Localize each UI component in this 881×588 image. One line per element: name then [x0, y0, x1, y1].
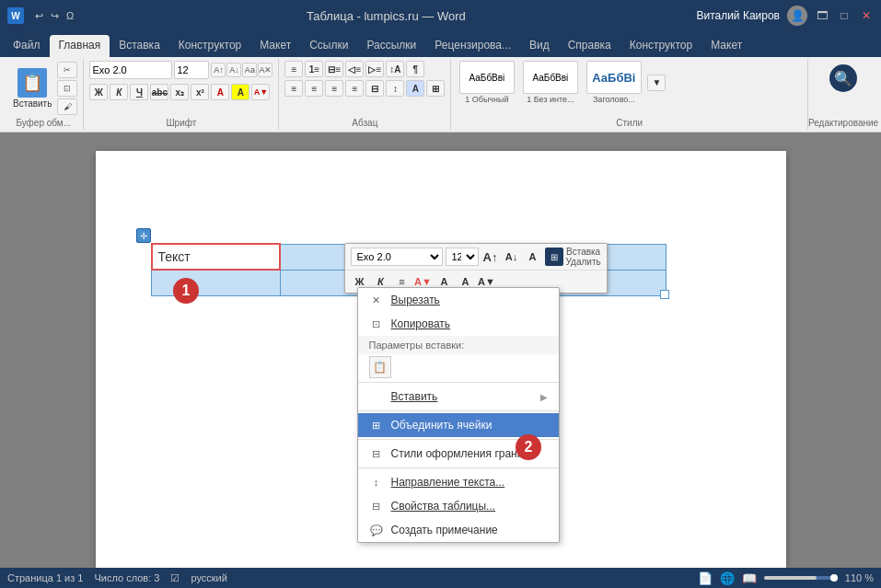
align-right-button[interactable]: ≡ — [325, 80, 343, 97]
ft-insert-delete[interactable]: Вставка Удалить — [566, 247, 601, 267]
font-label: Шрифт — [84, 118, 278, 128]
cm-paste-icon-btn[interactable]: 📋 — [369, 356, 391, 378]
avatar[interactable]: 👤 — [787, 6, 807, 26]
tab-constructor[interactable]: Конструктор — [169, 35, 250, 57]
styles-group: АаБбВві 1 Обычный АаБбВві 1 Без инте... … — [451, 59, 808, 130]
font-name-input[interactable] — [89, 61, 172, 79]
cm-text-direction-label: Направление текста... — [391, 476, 548, 489]
cut-button[interactable]: ✂ — [57, 62, 77, 78]
badge-2: 2 — [516, 434, 541, 460]
tab-view[interactable]: Вид — [520, 35, 559, 57]
cm-sep1 — [358, 382, 559, 383]
table-move-handle[interactable]: ✛ — [136, 228, 151, 243]
maximize-button[interactable]: □ — [837, 8, 852, 23]
view-mode-web[interactable]: 🌐 — [720, 571, 735, 585]
cm-paste[interactable]: Вставить ▶ — [358, 385, 559, 409]
numbering-button[interactable]: 1≡ — [305, 61, 323, 77]
subscript-button[interactable]: x₂ — [170, 84, 189, 100]
line-spacing-button[interactable]: ↕ — [386, 80, 404, 97]
decrease-indent-button[interactable]: ◁≡ — [345, 61, 364, 77]
ft-table-button[interactable]: ⊞ — [545, 248, 563, 266]
align-left-button[interactable]: ≡ — [284, 80, 303, 97]
bold-button[interactable]: Ж — [89, 84, 108, 100]
ft-size-down-button[interactable]: A↓ — [503, 248, 521, 265]
styles-more-button[interactable]: ▼ — [647, 75, 666, 91]
font-size-btns: A↑ A↓ Аа A✕ — [211, 63, 272, 77]
table-cell-r2c1[interactable] — [152, 270, 281, 295]
show-marks-button[interactable]: ¶ — [406, 61, 424, 77]
tab-mailings[interactable]: Рассылки — [357, 35, 425, 57]
italic-button[interactable]: К — [110, 84, 128, 100]
view-mode-print[interactable]: 📄 — [698, 571, 713, 585]
minimize-button[interactable]: 🗖 — [815, 8, 829, 23]
ft-size-select[interactable]: 12 — [446, 248, 479, 266]
zoom-bar[interactable] — [764, 576, 838, 580]
tab-help[interactable]: Справка — [559, 35, 620, 57]
undo-button[interactable]: ↩ — [33, 8, 45, 24]
tab-layout[interactable]: Макет — [250, 35, 300, 57]
highlight-color-button[interactable]: A — [231, 84, 249, 100]
omega-button[interactable]: Ω — [64, 8, 75, 24]
tab-constructor2[interactable]: Конструктор — [620, 35, 701, 57]
cm-copy[interactable]: ⊡ Копировать — [358, 312, 559, 336]
title-bar: W ↩ ↪ Ω Таблица - lumpics.ru — Word Вита… — [0, 0, 881, 31]
merge-cells-icon: ⊞ — [369, 418, 384, 432]
font-increase-button[interactable]: A↑ — [211, 63, 226, 77]
ft-font-select[interactable]: Exo 2.0 — [351, 248, 443, 266]
sort-button[interactable]: ↕A — [386, 61, 404, 77]
ribbon-tabs: Файл Главная Вставка Конструктор Макет С… — [0, 31, 881, 57]
ft-size-up-button[interactable]: A↑ — [481, 248, 500, 265]
font-size-input[interactable] — [174, 61, 209, 79]
ft-highlight-button[interactable]: A — [524, 248, 542, 265]
tab-review[interactable]: Рецензирова... — [425, 35, 520, 57]
copy-button[interactable]: ⊡ — [57, 80, 77, 97]
cm-merge-cells-label: Объединить ячейки — [391, 419, 548, 432]
font-row1: A↑ A↓ Аа A✕ — [89, 61, 272, 79]
style-heading[interactable]: АаБбВі Заголово... — [584, 61, 643, 104]
document-area: 1 2 Exo 2.0 12 A↑ A↓ A ⊞ Вставка Удалить — [0, 133, 881, 568]
cm-text-direction[interactable]: ↕ Направление текста... — [358, 470, 559, 494]
close-button[interactable]: ✕ — [859, 8, 874, 23]
ribbon: 📋 Вставить ✂ ⊡ 🖌 Буфер обм... A↑ A↓ Аа A… — [0, 57, 881, 133]
borders-button[interactable]: ⊞ — [426, 80, 445, 97]
status-bar: Страница 1 из 1 Число слов: 3 ☑ русский … — [0, 568, 881, 588]
tab-file[interactable]: Файл — [4, 35, 50, 57]
zoom-handle[interactable] — [830, 574, 838, 582]
cm-cut[interactable]: ✕ Вырезать — [358, 288, 559, 312]
tab-insert[interactable]: Вставка — [110, 35, 169, 57]
font-color-button[interactable]: A — [211, 84, 229, 100]
underline-button[interactable]: Ч — [130, 84, 148, 100]
styles-label: Стили — [451, 118, 807, 128]
multilevel-button[interactable]: ⊟≡ — [325, 61, 343, 77]
paste-button[interactable]: 📋 Вставить — [9, 66, 55, 110]
format-painter-button[interactable]: 🖌 — [57, 98, 77, 115]
style-normal[interactable]: АаБбВві 1 Обычный — [457, 61, 516, 104]
font-color2-button[interactable]: A▼ — [251, 84, 270, 100]
superscript-button[interactable]: x² — [191, 84, 209, 100]
table-cell-text[interactable]: Текст — [152, 244, 281, 270]
redo-button[interactable]: ↪ — [49, 8, 61, 24]
tab-links[interactable]: Ссылки — [300, 35, 357, 57]
style-no-spacing[interactable]: АаБбВві 1 Без инте... — [520, 61, 580, 104]
columns-button[interactable]: ⊟ — [365, 80, 384, 97]
shading-button[interactable]: A — [406, 80, 424, 97]
cm-add-comment-label: Создать примечание — [391, 524, 548, 536]
font-clear-button[interactable]: A✕ — [258, 63, 272, 77]
strikethrough-button[interactable]: abc — [150, 84, 168, 100]
font-decrease-button[interactable]: A↓ — [226, 63, 241, 77]
clipboard-small-btns: ✂ ⊡ 🖌 — [57, 62, 77, 115]
tab-layout2[interactable]: Макет — [701, 35, 751, 57]
find-button[interactable]: 🔍 — [829, 64, 857, 92]
justify-button[interactable]: ≡ — [345, 80, 364, 97]
cm-table-props[interactable]: ⊟ Свойства таблицы... — [358, 494, 559, 518]
increase-indent-button[interactable]: ▷≡ — [365, 61, 384, 77]
paste-label: Вставить — [13, 98, 52, 109]
tab-home[interactable]: Главная — [50, 35, 110, 57]
font-case-button[interactable]: Аа — [242, 63, 257, 77]
align-center-button[interactable]: ≡ — [305, 80, 323, 97]
cm-add-comment[interactable]: 💬 Создать примечание — [358, 518, 559, 542]
cm-table-props-label: Свойства таблицы... — [391, 500, 548, 513]
bullets-button[interactable]: ≡ — [284, 61, 303, 77]
view-mode-read[interactable]: 📖 — [742, 571, 757, 585]
cm-paste-label: Вставить — [391, 390, 533, 403]
